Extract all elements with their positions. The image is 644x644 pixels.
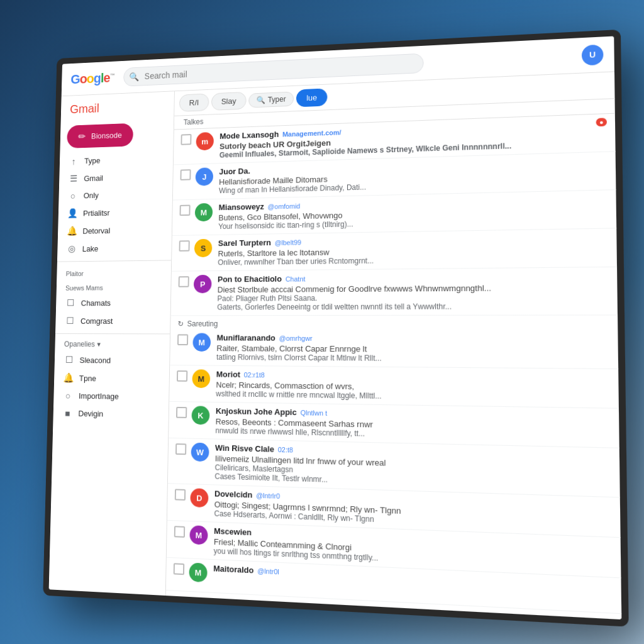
inbox-icon: ☰ — [68, 173, 78, 184]
sidebar-item-tpne[interactable]: 🔔 Tpne — [54, 369, 165, 388]
sender-avatar: J — [196, 167, 214, 186]
email-content: Win Risve Clale 02:t8 Iilivemeiiz Ulnall… — [214, 443, 606, 493]
sender-name: Win Risve Clale — [215, 443, 274, 454]
search-bar[interactable]: 🔍 — [123, 53, 423, 86]
sidebar-item-lake[interactable]: ◎ Lake — [57, 238, 167, 258]
email-checkbox[interactable] — [180, 134, 191, 145]
email-area: R/I Slay 🔍 Typer lue Talkes — [166, 72, 622, 619]
chevron-down-icon: ▾ — [97, 340, 101, 348]
sidebar-item-prtialitsr[interactable]: 👤 Prtialitsr — [58, 203, 168, 223]
sidebar-item-label: Prtialitsr — [83, 208, 110, 218]
sidebar-item-label: Devigin — [78, 409, 103, 418]
sender-email: Management.com/ — [282, 129, 341, 138]
sidebar-item-label: Tpne — [79, 374, 96, 383]
sender-email: @lntr0l — [257, 567, 279, 575]
sidebar-section-suews: Suews Mams — [57, 279, 171, 294]
email-checkbox[interactable] — [175, 443, 186, 455]
email-checkbox[interactable] — [176, 407, 187, 418]
sidebar-item-devigin[interactable]: ■ Devigin — [53, 404, 164, 424]
sidebar-item-label: Chamats — [81, 298, 111, 307]
sender-email: 02:t8 — [278, 446, 293, 454]
bell-icon-2: 🔔 — [63, 372, 74, 383]
user-avatar[interactable]: U — [582, 44, 604, 65]
collapse-button[interactable]: Opanelies ▾ — [55, 338, 170, 352]
sidebar-divider-1 — [57, 260, 171, 262]
email-checkbox[interactable] — [174, 563, 184, 575]
section-label: Sareuting — [187, 319, 218, 328]
tab-typer[interactable]: 🔍 Typer — [248, 91, 294, 108]
sender-email: Chatnt — [286, 275, 306, 283]
arrow-up-icon: ↑ — [69, 156, 79, 166]
square-icon-2: ☐ — [65, 316, 75, 326]
email-checkbox[interactable] — [179, 276, 189, 287]
square-icon-1: ☐ — [65, 297, 75, 308]
unread-badge: ● — [596, 118, 608, 126]
sender-name: Mode Lxansogh — [219, 130, 279, 141]
email-checkbox[interactable] — [177, 334, 188, 345]
person-icon: 👤 — [67, 208, 77, 219]
sidebar-item-gmail[interactable]: ☰ Gmail — [59, 167, 169, 187]
email-content: Moriot 02:r1t8 Ncelr; Rincards, Commasct… — [216, 370, 604, 404]
sender-name: Moriot — [216, 370, 240, 379]
sender-email: 02:r1t8 — [244, 371, 265, 379]
email-checkbox[interactable] — [174, 526, 185, 538]
sidebar-item-importinage[interactable]: ○ ImportInage — [53, 387, 164, 406]
email-list: m Mode Lxansogh Management.com/ Sutorly … — [166, 114, 622, 619]
compose-label: Bionsode — [91, 131, 122, 141]
tab-lue[interactable]: lue — [296, 88, 328, 107]
sender-name: Dovelcidn — [214, 489, 252, 499]
email-checkbox[interactable] — [177, 370, 187, 382]
tab-r-i[interactable]: R/I — [179, 94, 209, 112]
email-meta: ● — [596, 118, 608, 126]
compose-button[interactable]: ✏ Bionsode — [67, 123, 133, 148]
sidebar-item-sleacond[interactable]: ☐ Sleacond — [55, 351, 165, 370]
search-small-icon: 🔍 — [257, 96, 265, 104]
sidebar-divider-2 — [55, 333, 170, 334]
search-input[interactable] — [123, 53, 423, 86]
email-row[interactable]: M Muniflaranando @omrhgwr Raiter, Stamba… — [170, 330, 618, 369]
sidebar-section-plaitor: Plaitor — [57, 264, 171, 280]
email-header: Muniflaranando @omrhgwr — [217, 333, 604, 344]
email-row[interactable]: P Pon to Ehacitiolo Chatnt Diest Storlbu… — [171, 267, 618, 316]
main-area: Gmail ✏ Bionsode ↑ Type ☰ Gmail ○ Only — [49, 72, 622, 619]
sidebar-item-label: Lake — [82, 244, 99, 253]
bell-icon: 🔔 — [67, 226, 77, 236]
sender-email: @omfomid — [268, 203, 301, 211]
sender-avatar: M — [192, 369, 210, 388]
sender-avatar: M — [189, 562, 207, 582]
sender-email: Qlntlwn t — [301, 409, 328, 417]
email-checkbox[interactable] — [180, 205, 191, 216]
sidebar-item-comgrast[interactable]: ☐ Comgrast — [55, 312, 165, 330]
email-snippet: tatling Rlornivs, tslrn Clorrst Capar lt… — [216, 353, 604, 364]
sidebar-item-detorval[interactable]: 🔔 Detorval — [58, 220, 167, 240]
sidebar-item-chamats[interactable]: ☐ Chamats — [56, 294, 166, 312]
email-checkbox[interactable] — [175, 489, 186, 500]
tab-slay[interactable]: Slay — [211, 92, 246, 111]
sender-avatar: W — [191, 443, 209, 462]
sender-email: @omrhgwr — [279, 335, 313, 342]
sidebar-item-label: Sleacond — [79, 355, 111, 365]
sender-avatar: M — [192, 333, 211, 352]
sidebar-item-only[interactable]: ○ Only — [58, 185, 168, 205]
sender-name: Knjoskun Johe Appic — [216, 406, 297, 417]
sidebar-item-label: Only — [84, 191, 99, 200]
section-icon: ↻ — [177, 319, 184, 328]
sender-name: Maitoraldo — [213, 564, 253, 575]
email-snippet-2: Gaterts, Gorlerfes Deneeintg or tldil we… — [217, 301, 604, 311]
sender-name: Mscewien — [214, 526, 252, 538]
top-bar-right: U — [582, 44, 604, 65]
sender-name: Juor Da. — [219, 167, 250, 177]
square-filled-icon: ■ — [62, 408, 73, 419]
google-logo: Google™ — [70, 70, 114, 87]
email-checkbox[interactable] — [180, 169, 191, 180]
screen-inner: Google™ 🔍 U Gmail ✏ Bionsode ↑ T — [49, 36, 622, 620]
sidebar-item-label: Comgrast — [80, 316, 113, 325]
email-content: Muniflaranando @omrhgwr Raiter, Stambale… — [216, 333, 604, 365]
email-section-header: ↻ Sareuting — [170, 315, 618, 330]
email-checkbox[interactable] — [179, 240, 190, 252]
email-row[interactable]: M Moriot 02:r1t8 Ncelr; Rincards, Commas… — [169, 365, 619, 409]
sidebar-section-opanelies: Opanelies — [64, 340, 95, 349]
square-icon-3: ☐ — [64, 354, 74, 365]
gmail-label: Gmail — [61, 96, 174, 124]
email-row[interactable]: S Sarel Turptern @lbelt99 Ruterls, Starl… — [172, 228, 617, 271]
